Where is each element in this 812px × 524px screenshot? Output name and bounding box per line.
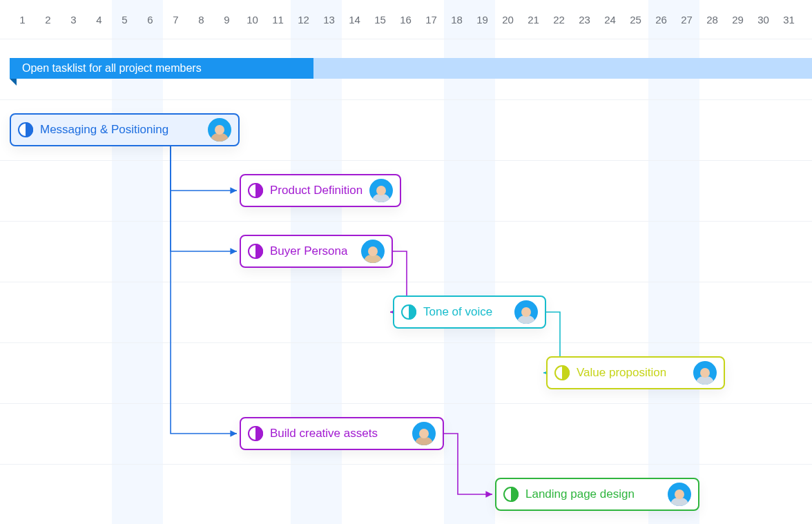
- date-cell: 1: [10, 0, 35, 39]
- assignee-avatar[interactable]: [208, 118, 231, 142]
- row-divider: [0, 464, 812, 465]
- date-cell: 30: [751, 0, 776, 39]
- progress-circle-icon: [248, 244, 263, 259]
- assignee-avatar[interactable]: [668, 483, 691, 506]
- task-tone-of-voice[interactable]: Tone of voice: [393, 295, 546, 329]
- date-cell: 18: [444, 0, 470, 39]
- row-divider: [0, 342, 812, 343]
- group-header-bar[interactable]: Open tasklist for all project members: [10, 58, 812, 79]
- date-cell: 9: [214, 0, 240, 39]
- date-cell: 2: [35, 0, 61, 39]
- row-divider: [0, 160, 812, 161]
- task-label: Buyer Persona: [270, 244, 354, 258]
- row-divider: [0, 221, 812, 222]
- date-cell: 4: [86, 0, 112, 39]
- task-creative-assets[interactable]: Build creative assets: [240, 417, 444, 450]
- date-cell: 21: [521, 0, 546, 39]
- connector: [171, 146, 237, 434]
- task-label: Tone of voice: [423, 305, 508, 319]
- date-cell: 22: [546, 0, 572, 39]
- connector: [171, 146, 237, 251]
- task-label: Value proposition: [577, 366, 686, 380]
- group-header-label: Open tasklist for all project members: [22, 62, 202, 75]
- progress-circle-icon: [401, 304, 416, 320]
- row-divider: [0, 39, 812, 39]
- date-cell: 31: [776, 0, 802, 39]
- progress-circle-icon: [554, 365, 570, 380]
- assignee-avatar[interactable]: [361, 240, 385, 263]
- task-landing-page[interactable]: Landing page design: [495, 478, 699, 511]
- date-cell: 20: [495, 0, 521, 39]
- date-cell: 12: [291, 0, 316, 39]
- progress-circle-icon: [18, 122, 33, 137]
- date-cell: 14: [342, 0, 367, 39]
- date-cell: 7: [163, 0, 188, 39]
- assignee-avatar[interactable]: [369, 179, 393, 202]
- date-cell: 19: [470, 0, 495, 39]
- date-cell: 26: [648, 0, 674, 39]
- date-cell: 6: [137, 0, 163, 39]
- date-cell: 16: [393, 0, 418, 39]
- date-cell: 8: [188, 0, 214, 39]
- task-label: Messaging & Positioning: [40, 123, 201, 137]
- task-label: Product Definition: [270, 184, 362, 197]
- connector: [171, 146, 237, 191]
- date-cell: 13: [316, 0, 342, 39]
- date-cell: 10: [240, 0, 265, 39]
- date-cell: 24: [597, 0, 623, 39]
- date-cell: 11: [265, 0, 291, 39]
- row-divider: [0, 282, 812, 282]
- date-cell: 5: [112, 0, 137, 39]
- assignee-avatar[interactable]: [514, 300, 538, 324]
- row-divider: [0, 403, 812, 404]
- assignee-avatar[interactable]: [693, 361, 717, 385]
- task-buyer-persona[interactable]: Buyer Persona: [240, 235, 393, 268]
- date-cell: 29: [725, 0, 751, 39]
- date-cell: 23: [572, 0, 597, 39]
- progress-circle-icon: [248, 183, 263, 198]
- row-divider: [0, 99, 812, 100]
- task-messaging[interactable]: Messaging & Positioning: [10, 113, 240, 146]
- progress-circle-icon: [248, 426, 263, 441]
- gantt-chart: 1234567891011121314151617181920212223242…: [0, 0, 812, 524]
- progress-circle-icon: [503, 487, 519, 502]
- task-label: Build creative assets: [270, 427, 405, 440]
- date-cell: 15: [367, 0, 393, 39]
- date-cell: 17: [418, 0, 444, 39]
- date-cell: 25: [623, 0, 648, 39]
- task-product-def[interactable]: Product Definition: [240, 174, 401, 207]
- date-cell: 27: [674, 0, 699, 39]
- task-label: Landing page design: [525, 487, 661, 501]
- task-value-prop[interactable]: Value proposition: [546, 356, 725, 389]
- assignee-avatar[interactable]: [412, 422, 436, 445]
- date-cell: 28: [699, 0, 725, 39]
- date-cell: 3: [61, 0, 86, 39]
- date-header: 1234567891011121314151617181920212223242…: [0, 0, 812, 39]
